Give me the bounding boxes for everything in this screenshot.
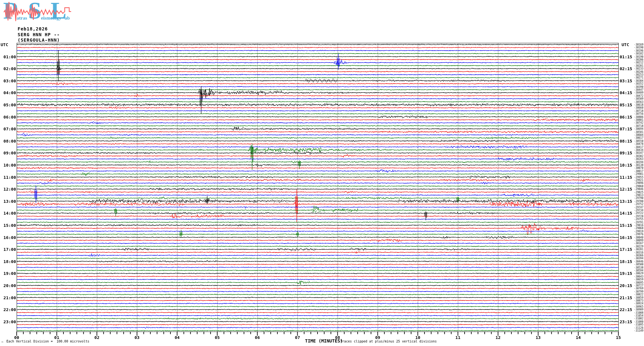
trace-value: -30366 xyxy=(632,254,643,257)
trace-value: -30618 xyxy=(632,103,643,106)
trace-value: -29790 xyxy=(632,197,643,200)
trace-value: -30434 xyxy=(632,149,643,152)
hour-label: 12:00 xyxy=(0,187,16,192)
hour-label: 10:00 xyxy=(0,163,16,168)
trace-value: -30182 xyxy=(632,52,643,55)
trace-value: -31095 xyxy=(632,323,643,326)
trace-value: -30194 xyxy=(632,161,643,164)
hour-label: 19:00 xyxy=(0,271,16,276)
trace-value: -29791 xyxy=(632,221,643,224)
hour-label: 04:00 xyxy=(0,90,16,95)
helicorder-page: P S L atras eismology ab Feb18,2026 SERG… xyxy=(0,0,644,346)
trace-value: -30500 xyxy=(632,263,643,266)
x-tick-label: 06 xyxy=(255,335,260,340)
x-tick-label: 05 xyxy=(215,335,220,340)
trace-value: -30390 xyxy=(632,86,643,88)
seismogram-canvas xyxy=(0,0,644,346)
trace-value: -29860 xyxy=(632,185,643,188)
trace-value: -29981 xyxy=(632,173,643,176)
x-tick-label: 11 xyxy=(455,335,460,340)
trace-value: -30246 xyxy=(632,70,643,73)
x-tick-label: 14 xyxy=(576,335,581,340)
trace-value: -30550 xyxy=(632,140,643,143)
header-date: Feb18,2026 xyxy=(18,26,48,31)
trace-value: -30169 xyxy=(632,43,643,46)
hour-label: 14:00 xyxy=(0,211,16,216)
hour-label: 23:00 xyxy=(0,319,16,324)
trace-value: -31008 xyxy=(632,311,643,314)
hour-label: 07:00 xyxy=(0,127,16,131)
x-tick-label: 07 xyxy=(295,335,300,340)
trace-value: -30212 xyxy=(632,61,643,64)
trace-value: -29722 xyxy=(632,212,643,215)
x-tick-label: 09 xyxy=(375,335,380,340)
x-tick-label: 13 xyxy=(536,335,541,340)
psl-logo: P S L atras eismology ab xyxy=(2,1,82,24)
trace-value: -30659 xyxy=(632,278,643,281)
trace-value: -30965 xyxy=(632,305,643,308)
trace-value: -29813 xyxy=(632,194,643,197)
footnote-symbol: ₘ xyxy=(2,340,3,343)
hour-label: 03:00 xyxy=(0,78,16,83)
trace-value: -30417 xyxy=(632,146,643,149)
x-tick-label: 00 xyxy=(14,335,19,340)
trace-value: -29816 xyxy=(632,224,643,227)
right-axis-title: UTC xyxy=(622,42,629,47)
hour-label: 18:00 xyxy=(0,259,16,264)
trace-value: -30206 xyxy=(632,58,643,61)
trace-value: -30695 xyxy=(632,281,643,284)
trace-value: -30799 xyxy=(632,290,643,293)
header-station: SERG HNN HP -- xyxy=(18,32,60,37)
trace-value: -30263 xyxy=(632,158,643,161)
hour-label: 09:00 xyxy=(0,151,16,155)
x-tick-label: 02 xyxy=(95,335,100,340)
trace-value: -30099 xyxy=(632,239,643,242)
trace-value: -30718 xyxy=(632,125,643,128)
trace-value: -30859 xyxy=(632,296,643,299)
trace-value: -31149 xyxy=(632,329,643,332)
trace-value: -30253 xyxy=(632,73,643,76)
trace-value: -29755 xyxy=(632,218,643,221)
trace-value: -30989 xyxy=(632,308,643,311)
trace-value: -30924 xyxy=(632,302,643,305)
trace-value: -31054 xyxy=(632,314,643,317)
hour-label: 11:00 xyxy=(0,175,16,180)
trace-value: -30040 xyxy=(632,236,643,239)
hour-label: 22:00 xyxy=(0,307,16,312)
trace-value: -30472 xyxy=(632,95,643,97)
trace-value: -30316 xyxy=(632,251,643,254)
trace-value: -30201 xyxy=(632,64,643,67)
scale-note: Each Vertical Division = 100.00 microvol… xyxy=(6,340,89,343)
trace-value: -30617 xyxy=(632,136,643,139)
hour-label: 15:00 xyxy=(0,223,16,228)
x-tick-label: 03 xyxy=(135,335,140,340)
trace-value: -29825 xyxy=(632,191,643,194)
trace-value: -30352 xyxy=(632,82,643,85)
trace-value: -30190 xyxy=(632,46,643,49)
x-tick-label: 12 xyxy=(496,335,501,340)
trace-value: -30347 xyxy=(632,152,643,154)
trace-value: -29747 xyxy=(632,206,643,209)
hour-label: 01:00 xyxy=(0,54,16,59)
trace-value: -29955 xyxy=(632,176,643,179)
clip-note: Traces clipped at plus/minus 25 vertical… xyxy=(340,340,437,343)
trace-value: -30538 xyxy=(632,266,643,269)
trace-value: -30769 xyxy=(632,287,643,290)
trace-value: -30271 xyxy=(632,76,643,79)
hour-label: 08:00 xyxy=(0,139,16,144)
trace-value: -30017 xyxy=(632,170,643,173)
trace-value: -30304 xyxy=(632,79,643,82)
trace-value: -29734 xyxy=(632,209,643,212)
hour-label: 17:00 xyxy=(0,247,16,252)
trace-value: -30070 xyxy=(632,167,643,169)
trace-value: -30446 xyxy=(632,260,643,263)
trace-value: -29976 xyxy=(632,233,643,236)
trace-value: -30727 xyxy=(632,284,643,287)
trace-value: -30594 xyxy=(632,269,643,272)
trace-value: -29846 xyxy=(632,188,643,191)
trace-value: -31082 xyxy=(632,317,643,320)
x-tick-label: 15 xyxy=(616,335,621,340)
trace-value: -30643 xyxy=(632,275,643,278)
trace-value: -29752 xyxy=(632,203,643,206)
trace-value: -30742 xyxy=(632,121,643,124)
